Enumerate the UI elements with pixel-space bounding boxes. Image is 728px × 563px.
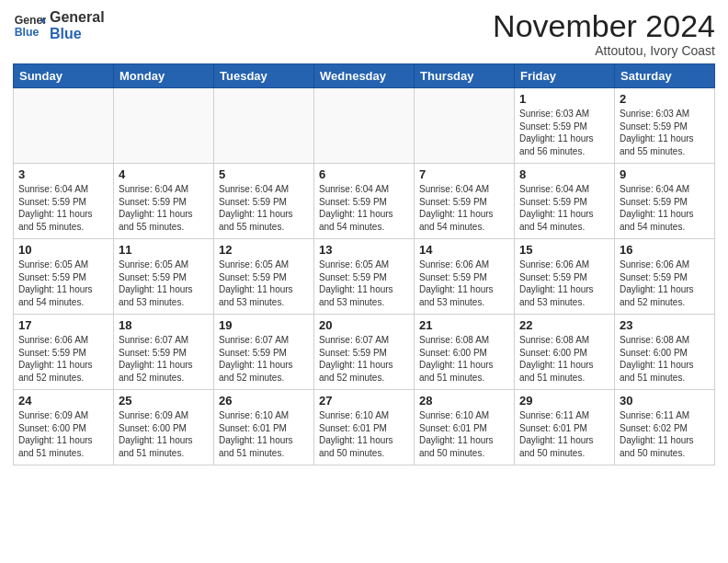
day-info: Sunrise: 6:03 AMSunset: 5:59 PMDaylight:… bbox=[519, 108, 609, 157]
calendar-day-cell: 16Sunrise: 6:06 AMSunset: 5:59 PMDayligh… bbox=[615, 239, 715, 315]
calendar-day-cell: 23Sunrise: 6:08 AMSunset: 6:00 PMDayligh… bbox=[615, 315, 715, 390]
day-info: Sunrise: 6:07 AMSunset: 5:59 PMDaylight:… bbox=[319, 334, 409, 384]
location-subtitle: Attoutou, Ivory Coast bbox=[493, 43, 715, 58]
calendar-day-cell: 3Sunrise: 6:04 AMSunset: 5:59 PMDaylight… bbox=[14, 164, 114, 239]
day-info: Sunrise: 6:04 AMSunset: 5:59 PMDaylight:… bbox=[219, 183, 309, 233]
calendar-day-cell: 26Sunrise: 6:10 AMSunset: 6:01 PMDayligh… bbox=[214, 390, 314, 465]
calendar-day-cell bbox=[314, 88, 415, 164]
day-number: 8 bbox=[519, 167, 609, 181]
day-info: Sunrise: 6:04 AMSunset: 5:59 PMDaylight:… bbox=[319, 183, 409, 233]
day-info: Sunrise: 6:08 AMSunset: 6:00 PMDaylight:… bbox=[620, 334, 710, 384]
calendar-header-row: SundayMondayTuesdayWednesdayThursdayFrid… bbox=[14, 64, 715, 88]
month-title: November 2024 bbox=[493, 9, 715, 43]
calendar-day-cell: 17Sunrise: 6:06 AMSunset: 5:59 PMDayligh… bbox=[14, 315, 114, 390]
weekday-header-thursday: Thursday bbox=[415, 64, 515, 88]
day-info: Sunrise: 6:06 AMSunset: 5:59 PMDaylight:… bbox=[419, 259, 509, 308]
day-number: 14 bbox=[419, 243, 509, 257]
calendar-day-cell: 24Sunrise: 6:09 AMSunset: 6:00 PMDayligh… bbox=[14, 390, 114, 465]
day-info: Sunrise: 6:05 AMSunset: 5:59 PMDaylight:… bbox=[18, 259, 108, 308]
day-info: Sunrise: 6:04 AMSunset: 5:59 PMDaylight:… bbox=[119, 183, 209, 233]
day-info: Sunrise: 6:10 AMSunset: 6:01 PMDaylight:… bbox=[219, 409, 309, 459]
day-number: 7 bbox=[419, 167, 509, 181]
day-number: 23 bbox=[620, 318, 710, 332]
calendar-day-cell: 22Sunrise: 6:08 AMSunset: 6:00 PMDayligh… bbox=[515, 315, 615, 390]
day-number: 19 bbox=[219, 318, 309, 332]
day-info: Sunrise: 6:07 AMSunset: 5:59 PMDaylight:… bbox=[119, 334, 209, 384]
calendar-day-cell: 20Sunrise: 6:07 AMSunset: 5:59 PMDayligh… bbox=[314, 315, 415, 390]
weekday-header-saturday: Saturday bbox=[615, 64, 715, 88]
day-info: Sunrise: 6:04 AMSunset: 5:59 PMDaylight:… bbox=[519, 183, 609, 233]
day-info: Sunrise: 6:04 AMSunset: 5:59 PMDaylight:… bbox=[419, 183, 509, 233]
svg-text:General: General bbox=[15, 14, 46, 27]
calendar-day-cell: 10Sunrise: 6:05 AMSunset: 5:59 PMDayligh… bbox=[14, 239, 114, 315]
day-info: Sunrise: 6:10 AMSunset: 6:01 PMDaylight:… bbox=[319, 409, 409, 459]
calendar-day-cell: 1Sunrise: 6:03 AMSunset: 5:59 PMDaylight… bbox=[515, 88, 615, 164]
day-info: Sunrise: 6:05 AMSunset: 5:59 PMDaylight:… bbox=[319, 259, 409, 308]
calendar: SundayMondayTuesdayWednesdayThursdayFrid… bbox=[13, 63, 715, 465]
calendar-week-row: 10Sunrise: 6:05 AMSunset: 5:59 PMDayligh… bbox=[14, 239, 715, 315]
day-info: Sunrise: 6:11 AMSunset: 6:02 PMDaylight:… bbox=[620, 409, 710, 459]
calendar-day-cell: 15Sunrise: 6:06 AMSunset: 5:59 PMDayligh… bbox=[515, 239, 615, 315]
calendar-day-cell bbox=[14, 88, 114, 164]
day-number: 21 bbox=[419, 318, 509, 332]
logo-blue-text: Blue bbox=[50, 26, 105, 42]
day-number: 6 bbox=[319, 167, 409, 181]
day-number: 11 bbox=[119, 243, 209, 257]
day-number: 17 bbox=[18, 318, 108, 332]
day-number: 5 bbox=[219, 167, 309, 181]
day-number: 16 bbox=[620, 243, 710, 257]
calendar-week-row: 1Sunrise: 6:03 AMSunset: 5:59 PMDaylight… bbox=[14, 88, 715, 164]
day-number: 3 bbox=[18, 167, 108, 181]
day-info: Sunrise: 6:10 AMSunset: 6:01 PMDaylight:… bbox=[419, 409, 509, 459]
logo-icon: General Blue bbox=[13, 9, 46, 42]
day-info: Sunrise: 6:08 AMSunset: 6:00 PMDaylight:… bbox=[419, 334, 509, 384]
day-number: 4 bbox=[119, 167, 209, 181]
day-number: 29 bbox=[519, 394, 609, 408]
calendar-day-cell bbox=[415, 88, 515, 164]
day-info: Sunrise: 6:03 AMSunset: 5:59 PMDaylight:… bbox=[620, 108, 710, 157]
calendar-day-cell bbox=[114, 88, 214, 164]
weekday-header-tuesday: Tuesday bbox=[214, 64, 314, 88]
day-number: 20 bbox=[319, 318, 409, 332]
calendar-day-cell: 4Sunrise: 6:04 AMSunset: 5:59 PMDaylight… bbox=[114, 164, 214, 239]
title-block: November 2024 Attoutou, Ivory Coast bbox=[493, 9, 715, 58]
day-info: Sunrise: 6:06 AMSunset: 5:59 PMDaylight:… bbox=[18, 334, 108, 384]
day-info: Sunrise: 6:06 AMSunset: 5:59 PMDaylight:… bbox=[620, 259, 710, 308]
weekday-header-friday: Friday bbox=[515, 64, 615, 88]
day-number: 15 bbox=[519, 243, 609, 257]
day-number: 22 bbox=[519, 318, 609, 332]
weekday-header-wednesday: Wednesday bbox=[314, 64, 415, 88]
calendar-day-cell: 6Sunrise: 6:04 AMSunset: 5:59 PMDaylight… bbox=[314, 164, 415, 239]
day-number: 25 bbox=[119, 394, 209, 408]
svg-text:Blue: Blue bbox=[15, 26, 40, 39]
day-number: 26 bbox=[219, 394, 309, 408]
calendar-day-cell: 28Sunrise: 6:10 AMSunset: 6:01 PMDayligh… bbox=[415, 390, 515, 465]
calendar-day-cell: 25Sunrise: 6:09 AMSunset: 6:00 PMDayligh… bbox=[114, 390, 214, 465]
calendar-day-cell: 14Sunrise: 6:06 AMSunset: 5:59 PMDayligh… bbox=[415, 239, 515, 315]
weekday-header-sunday: Sunday bbox=[14, 64, 114, 88]
day-info: Sunrise: 6:09 AMSunset: 6:00 PMDaylight:… bbox=[119, 409, 209, 459]
day-info: Sunrise: 6:08 AMSunset: 6:00 PMDaylight:… bbox=[519, 334, 609, 384]
day-number: 1 bbox=[519, 92, 609, 106]
day-number: 28 bbox=[419, 394, 509, 408]
calendar-day-cell: 12Sunrise: 6:05 AMSunset: 5:59 PMDayligh… bbox=[214, 239, 314, 315]
day-number: 13 bbox=[319, 243, 409, 257]
day-number: 9 bbox=[620, 167, 710, 181]
day-number: 2 bbox=[620, 92, 710, 106]
day-info: Sunrise: 6:05 AMSunset: 5:59 PMDaylight:… bbox=[219, 259, 309, 308]
logo: General Blue General Blue bbox=[13, 9, 105, 42]
calendar-day-cell: 7Sunrise: 6:04 AMSunset: 5:59 PMDaylight… bbox=[415, 164, 515, 239]
calendar-day-cell: 18Sunrise: 6:07 AMSunset: 5:59 PMDayligh… bbox=[114, 315, 214, 390]
calendar-day-cell: 27Sunrise: 6:10 AMSunset: 6:01 PMDayligh… bbox=[314, 390, 415, 465]
calendar-week-row: 3Sunrise: 6:04 AMSunset: 5:59 PMDaylight… bbox=[14, 164, 715, 239]
calendar-day-cell: 2Sunrise: 6:03 AMSunset: 5:59 PMDaylight… bbox=[615, 88, 715, 164]
page: General Blue General Blue November 2024 … bbox=[0, 0, 728, 563]
calendar-week-row: 17Sunrise: 6:06 AMSunset: 5:59 PMDayligh… bbox=[14, 315, 715, 390]
calendar-day-cell: 8Sunrise: 6:04 AMSunset: 5:59 PMDaylight… bbox=[515, 164, 615, 239]
calendar-day-cell: 9Sunrise: 6:04 AMSunset: 5:59 PMDaylight… bbox=[615, 164, 715, 239]
day-number: 10 bbox=[18, 243, 108, 257]
calendar-day-cell: 30Sunrise: 6:11 AMSunset: 6:02 PMDayligh… bbox=[615, 390, 715, 465]
day-info: Sunrise: 6:11 AMSunset: 6:01 PMDaylight:… bbox=[519, 409, 609, 459]
logo-general-text: General bbox=[50, 9, 105, 26]
day-number: 18 bbox=[119, 318, 209, 332]
